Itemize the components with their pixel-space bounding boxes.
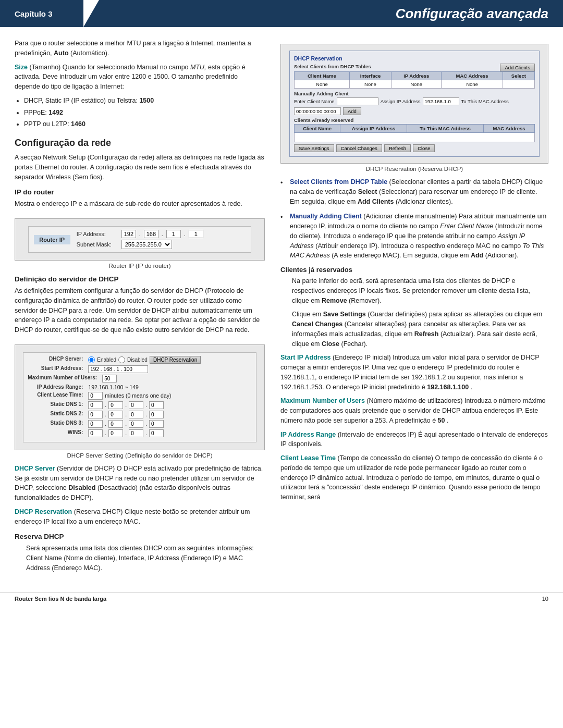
- dns1-oct3[interactable]: [129, 401, 143, 409]
- router-ip-fields: IP Address: . . . Subnet Mask: 255.255.2…: [77, 230, 246, 249]
- wins-oct3[interactable]: [129, 429, 143, 437]
- ip-octet2[interactable]: [144, 230, 158, 238]
- max-users-end: .: [447, 417, 448, 424]
- dns1-oct4[interactable]: [149, 401, 164, 409]
- wins-oct4[interactable]: [149, 429, 164, 437]
- ip-cell: None: [391, 80, 442, 89]
- manually-text3: (Atribuir endereço IP). Introduza o resp…: [315, 242, 521, 250]
- subnet-label: Subnet Mask:: [77, 241, 118, 248]
- res-col-assign-ip: Assign IP Address: [340, 125, 407, 133]
- wins-oct2[interactable]: [108, 429, 123, 437]
- ip-octet4[interactable]: [189, 230, 203, 238]
- dns1-oct1[interactable]: [88, 401, 103, 409]
- start-ip-input[interactable]: [88, 365, 148, 373]
- dhcp-setting-caption: DHCP Server Setting (Definição do servid…: [15, 452, 265, 459]
- res-col-to-mac: To This MAC Address: [407, 125, 483, 133]
- mac-input[interactable]: [294, 107, 341, 115]
- left-column: Para que o router seleccione a melhor MT…: [15, 39, 265, 577]
- lease-paragraph: Client Lease Time (Tempo de concessão do…: [280, 453, 548, 502]
- wins-oct1[interactable]: [88, 429, 103, 437]
- bullet-manually-text: Manually Adding Client (Adicionar client…: [290, 212, 548, 261]
- dns3-oct2[interactable]: [108, 420, 123, 428]
- bullet-select-text: Select Clients from DHCP Table (Seleccio…: [290, 177, 548, 206]
- dhcp-reservation-btn[interactable]: DHCP Reservation: [150, 356, 201, 364]
- add-clients-btn[interactable]: Add Clients: [500, 64, 535, 71]
- reserved-row: [295, 133, 535, 142]
- subnet-row: Subnet Mask: 255.255.255.0: [77, 240, 246, 249]
- dns3-oct4[interactable]: [149, 420, 164, 428]
- add-btn[interactable]: Add: [343, 107, 361, 115]
- ip-range-color-label: IP Address Range: [280, 431, 336, 438]
- dns2-oct2[interactable]: [108, 411, 123, 418]
- router-ip-screenshot: Router IP IP Address: . . . Subnet Mask:: [15, 218, 265, 261]
- dhcp-res-box: DHCP Reservation Select Clients from DHC…: [289, 51, 540, 157]
- dns1-oct2[interactable]: [108, 401, 123, 409]
- mac-cell: None: [442, 80, 503, 89]
- enter-client-italic: Enter Client Name: [440, 223, 493, 230]
- router-ip-box: Router IP IP Address: . . . Subnet Mask:: [28, 226, 252, 253]
- dns1-control: . . .: [88, 401, 251, 409]
- max-users-paragraph: Maximum Number of Users (Número máximo d…: [280, 396, 548, 425]
- max-users-control: [102, 375, 252, 382]
- dhcp-disabled-radio[interactable]: [118, 356, 125, 363]
- intro-text1: Para que o router seleccione a melhor MT…: [15, 40, 251, 57]
- page-title: Configuração avançada: [396, 6, 548, 22]
- dns2-oct3[interactable]: [129, 411, 143, 418]
- manually-label: Manually Adding Client: [290, 213, 362, 220]
- dhcp-enabled-radio[interactable]: [88, 356, 95, 363]
- dhcp-res-caption: DHCP Reservation (Reserva DHCP): [280, 166, 548, 172]
- subsec-ip-title: IP do router: [15, 188, 265, 196]
- page-header: Capítulo 3 Configuração avançada: [0, 0, 563, 27]
- disabled-bold: Disabled: [68, 484, 95, 491]
- dns3-oct1[interactable]: [88, 420, 103, 428]
- chapter-text: Capítulo 3: [15, 9, 53, 18]
- res-col-client: Client Name: [295, 125, 340, 133]
- dns2-oct4[interactable]: [149, 411, 164, 418]
- enter-client-input[interactable]: [337, 97, 378, 105]
- dns2-label: Static DNS 2:: [28, 411, 85, 416]
- save-paragraph: Clique em Save Settings (Guardar definiç…: [292, 310, 548, 349]
- dhcp-res-buttons: Save Settings Cancel Changes Refresh Clo…: [294, 144, 535, 152]
- ip-range-value: 192.168.1.100 ~ 149: [88, 384, 139, 390]
- max-users-bold: 50: [438, 417, 445, 424]
- save-settings-bold: Save Settings: [323, 311, 366, 318]
- col-client-name: Client Name: [295, 72, 350, 80]
- save-settings-btn[interactable]: Save Settings: [294, 144, 334, 152]
- refresh-btn[interactable]: Refresh: [384, 144, 411, 152]
- lease-label: Client Lease Time:: [28, 392, 85, 398]
- cancel-changes-btn[interactable]: Cancel Changes: [336, 144, 382, 152]
- dhcp-server-row: DHCP Server: Enabled Disabled DHCP Reser…: [28, 356, 251, 364]
- lease-row: Client Lease Time: minutes (0 means one …: [28, 392, 251, 400]
- section-rede-title: Configuração da rede: [15, 138, 265, 149]
- subnet-select[interactable]: 255.255.255.0: [121, 240, 172, 249]
- dns2-oct1[interactable]: [88, 411, 103, 418]
- dhcp-res-title: DHCP Reservation: [294, 55, 535, 61]
- select-clients-text3: (Adicionar clientes).: [396, 198, 453, 205]
- dns3-row: Static DNS 3: . . .: [28, 420, 251, 428]
- mtu-bullets: DHCP, Static IP (IP estático) ou Telstra…: [24, 96, 265, 129]
- close-btn[interactable]: Close: [413, 144, 435, 152]
- close-bold: Close: [322, 340, 339, 348]
- bullet-select-clients: • Select Clients from DHCP Table (Selecc…: [280, 177, 548, 206]
- lease-input[interactable]: [88, 392, 103, 400]
- intro-paragraph: Para que o router seleccione a melhor MT…: [15, 39, 265, 58]
- subsec-dhcp-title: Definição do servidor de DHCP: [15, 275, 265, 283]
- max-users-input[interactable]: [102, 375, 117, 382]
- router-ip-label: Router IP: [34, 235, 70, 244]
- bullet-pptp: PPTP ou L2TP: 1460: [24, 119, 265, 129]
- rede-paragraph: A secção Network Setup (Configuração da …: [15, 153, 265, 182]
- reserva-paragraph: Será apresentada uma lista dos clientes …: [26, 544, 265, 573]
- ip-octet1[interactable]: [121, 230, 136, 238]
- table-row: None None None None: [295, 80, 535, 89]
- enabled-label: Enabled: [97, 357, 116, 363]
- dhcp-setting-box: DHCP Server: Enabled Disabled DHCP Reser…: [23, 352, 256, 442]
- dns3-label: Static DNS 3:: [28, 420, 85, 426]
- assign-ip-input[interactable]: [423, 97, 459, 105]
- dns3-oct3[interactable]: [129, 420, 143, 428]
- select-clients-section: Select Clients from DHCP Tables Add Clie…: [294, 64, 535, 69]
- clients-reservados-content: Na parte inferior do ecrã, será apresent…: [292, 276, 548, 349]
- dhcp-setting-screenshot: DHCP Server: Enabled Disabled DHCP Reser…: [15, 344, 265, 450]
- start-ip-paragraph: Start IP Address (Endereço IP inicial) I…: [280, 353, 548, 392]
- ip-octet3[interactable]: [166, 230, 181, 238]
- dhcp-server-control: Enabled Disabled DHCP Reservation: [88, 356, 251, 364]
